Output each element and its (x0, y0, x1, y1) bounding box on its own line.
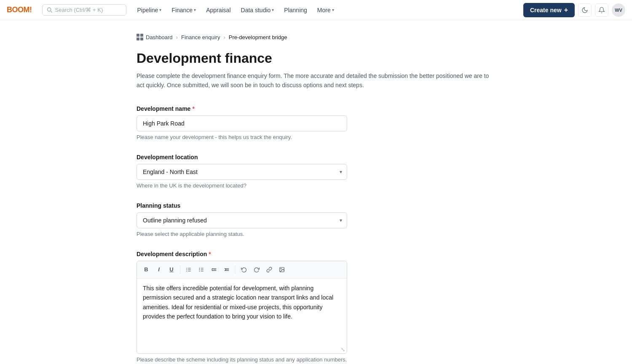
plus-icon: + (564, 6, 568, 14)
image-icon (279, 267, 285, 273)
toolbar-indent-increase-button[interactable] (221, 264, 233, 276)
development-location-section: Development location England - North Eas… (137, 154, 495, 189)
toolbar-bullet-list-button[interactable] (183, 264, 195, 276)
toolbar-underline-button[interactable]: U (166, 264, 177, 276)
page-title: Development finance (137, 51, 495, 66)
theme-toggle-button[interactable] (578, 3, 592, 17)
svg-point-5 (186, 268, 187, 268)
dev-location-select[interactable]: England - North East England - North Wes… (137, 164, 347, 180)
nav-actions: Create new + WV (523, 3, 625, 17)
svg-point-6 (186, 269, 187, 270)
chevron-down-icon: ▾ (159, 8, 161, 12)
toolbar-separator-2 (235, 265, 236, 274)
dev-description-label: Development description * (137, 251, 495, 257)
required-indicator: * (209, 251, 211, 257)
toolbar-bold-button[interactable]: B (140, 264, 152, 276)
logo[interactable]: BOOM! (7, 5, 32, 14)
moon-icon (581, 7, 588, 13)
page-content: Dashboard › Finance enquiry › Pre-develo… (126, 20, 506, 364)
dev-name-input[interactable] (137, 115, 347, 131)
nav-item-more[interactable]: More ▾ (313, 4, 338, 16)
editor-toolbar: B I U 1 2 3 (137, 261, 347, 278)
logo-text: BOOM (7, 5, 29, 14)
svg-text:3: 3 (199, 270, 200, 272)
required-indicator: * (192, 105, 194, 112)
dev-description-hint: Please describe the scheme including its… (137, 356, 495, 363)
chevron-down-icon: ▾ (332, 8, 334, 12)
dev-name-label: Development name * (137, 105, 495, 112)
nav-item-data-studio[interactable]: Data studio ▾ (237, 4, 279, 16)
development-name-section: Development name * Please name your deve… (137, 105, 495, 140)
search-placeholder: Search (Ctrl/⌘ + K) (55, 7, 103, 13)
numbered-list-icon: 1 2 3 (198, 267, 204, 273)
navbar: BOOM! Search (Ctrl/⌘ + K) Pipeline ▾ Fin… (0, 0, 632, 20)
toolbar-indent-decrease-button[interactable] (208, 264, 220, 276)
svg-point-21 (281, 268, 281, 269)
redo-icon (254, 267, 260, 273)
nav-item-planning[interactable]: Planning (280, 4, 311, 16)
dev-description-section: Development description * B I U 1 (137, 251, 495, 363)
nav-item-finance[interactable]: Finance ▾ (167, 4, 200, 16)
dev-location-select-wrapper: England - North East England - North Wes… (137, 164, 347, 180)
toolbar-image-button[interactable] (276, 264, 288, 276)
dev-description-editor: B I U 1 2 3 (137, 261, 347, 354)
grid-icon (137, 34, 143, 40)
planning-status-select-wrapper: Outline planning refused Outline plannin… (137, 212, 347, 228)
dev-location-hint: Where in the UK is the development locat… (137, 182, 495, 189)
indent-increase-icon (224, 267, 230, 273)
breadcrumb-finance-enquiry[interactable]: Finance enquiry (181, 34, 220, 40)
notifications-button[interactable] (595, 3, 608, 17)
svg-point-7 (186, 270, 187, 271)
dev-description-textarea[interactable]: This site offers incredible potential fo… (137, 278, 347, 346)
planning-status-select[interactable]: Outline planning refused Outline plannin… (137, 212, 347, 228)
svg-line-1 (51, 11, 52, 13)
planning-status-hint: Please select the applicable planning st… (137, 231, 495, 237)
planning-status-label: Planning status (137, 202, 495, 209)
create-new-button[interactable]: Create new + (523, 3, 575, 17)
search-icon (47, 7, 53, 13)
nav-item-appraisal[interactable]: Appraisal (202, 4, 235, 16)
nav-item-pipeline[interactable]: Pipeline ▾ (133, 4, 166, 16)
breadcrumb-dashboard[interactable]: Dashboard (137, 34, 173, 40)
chevron-down-icon: ▾ (272, 8, 274, 12)
avatar[interactable]: WV (612, 3, 625, 17)
breadcrumb-pre-development: Pre-development bridge (229, 34, 287, 40)
breadcrumb: Dashboard › Finance enquiry › Pre-develo… (137, 34, 495, 40)
dev-name-hint: Please name your development - this help… (137, 134, 495, 140)
toolbar-redo-button[interactable] (251, 264, 262, 276)
page-description: Please complete the development finance … (137, 71, 495, 90)
planning-status-section: Planning status Outline planning refused… (137, 202, 495, 237)
nav-links: Pipeline ▾ Finance ▾ Appraisal Data stud… (133, 4, 338, 16)
breadcrumb-separator-2: › (223, 34, 225, 40)
bullet-list-icon (186, 267, 192, 273)
dev-location-label: Development location (137, 154, 495, 161)
editor-resize-handle: ⤡ (137, 346, 347, 353)
logo-exclamation: ! (29, 5, 32, 14)
search-bar[interactable]: Search (Ctrl/⌘ + K) (42, 4, 126, 16)
svg-point-0 (47, 8, 51, 11)
resize-icon: ⤡ (341, 347, 345, 353)
toolbar-italic-button[interactable]: I (153, 264, 165, 276)
indent-decrease-icon (211, 267, 217, 273)
toolbar-numbered-list-button[interactable]: 1 2 3 (195, 264, 207, 276)
undo-icon (241, 267, 247, 273)
breadcrumb-separator: › (176, 34, 178, 40)
toolbar-undo-button[interactable] (238, 264, 250, 276)
toolbar-link-button[interactable] (263, 264, 275, 276)
link-icon (266, 267, 272, 273)
bell-icon (598, 7, 605, 13)
toolbar-separator (180, 265, 180, 274)
chevron-down-icon: ▾ (194, 8, 196, 12)
